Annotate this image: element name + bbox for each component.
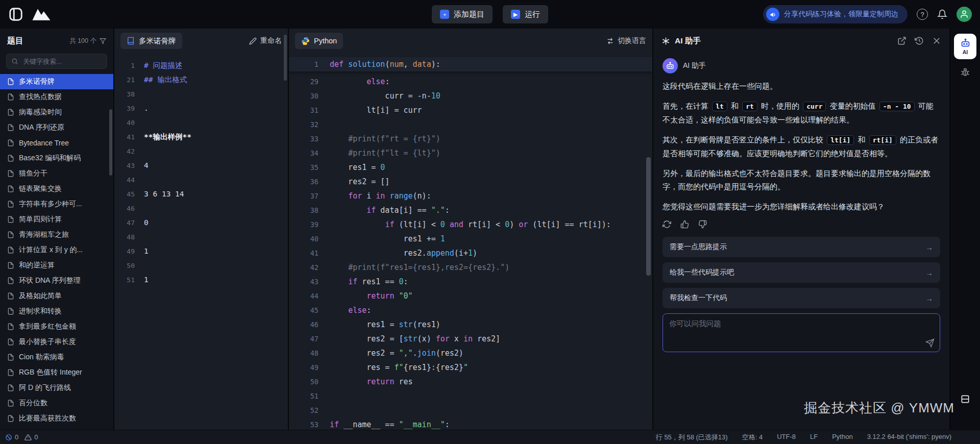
- sidebar-item[interactable]: 青海湖租车之旅: [0, 227, 113, 242]
- line-number: 39: [114, 105, 135, 112]
- ai-panel-header: AI 助手: [653, 29, 949, 53]
- sidebar-item-label: 字符串有多少种可...: [19, 200, 82, 209]
- line-number: 1: [114, 62, 135, 69]
- code-line: 36 res2 = []: [289, 175, 652, 189]
- sidebar-item[interactable]: 病毒感染时间: [0, 105, 113, 120]
- sidebar-item[interactable]: Cion 勒索病毒: [0, 350, 113, 365]
- ai-input[interactable]: [663, 314, 940, 352]
- status-item[interactable]: Python: [832, 433, 852, 442]
- file-icon: [7, 308, 14, 315]
- status-item[interactable]: UTF-8: [777, 433, 796, 442]
- sidebar-item[interactable]: 比赛最高获胜次数: [0, 411, 113, 426]
- filter-icon[interactable]: [100, 38, 106, 44]
- arrow-right-icon: →: [925, 243, 933, 252]
- ai-suggestion-label: 需要一点思路提示: [670, 242, 727, 252]
- play-icon: ▶: [511, 10, 520, 19]
- history-icon[interactable]: [915, 36, 924, 45]
- line-number: 45: [289, 306, 318, 314]
- sidebar-item[interactable]: 猫鱼分干: [0, 166, 113, 181]
- error-count[interactable]: 0: [5, 433, 18, 441]
- code-lines[interactable]: 1def solution(num, data):29 else:30 curr…: [289, 53, 652, 430]
- ai-suggestion[interactable]: 帮我检查一下代码→: [663, 288, 940, 308]
- desc-line-text: 3 6 13 14: [144, 190, 184, 198]
- sidebar-item[interactable]: 最小替换子串长度: [0, 334, 113, 350]
- help-icon[interactable]: ?: [917, 9, 928, 20]
- sidebar-item[interactable]: 进制求和转换: [0, 304, 113, 319]
- sidebar-item[interactable]: 多米诺骨牌: [0, 74, 113, 89]
- status-item[interactable]: 行 55，列 58 (已选择13): [656, 433, 728, 442]
- status-item[interactable]: LF: [810, 433, 818, 442]
- description-scrollbar[interactable]: [284, 35, 287, 81]
- editor-scrollbar[interactable]: [646, 157, 651, 276]
- sidebar-item-label: 简单四则计算: [19, 215, 62, 224]
- code-line: 42 #print(f"res1={res1},res2={res2}."): [289, 260, 652, 275]
- status-item[interactable]: 空格: 4: [742, 433, 763, 442]
- mountain-logo-icon[interactable]: [31, 7, 52, 21]
- rename-button[interactable]: 重命名: [249, 36, 282, 45]
- inline-code: rt: [742, 102, 757, 111]
- sidebar-item[interactable]: Base32 编码和解码: [0, 151, 113, 166]
- notification-bell-icon[interactable]: [937, 9, 947, 19]
- description-panel: 多米诺骨牌 重命名 1# 问题描述21## 输出格式3839.4041**输出样…: [114, 29, 288, 430]
- thumbs-down-icon[interactable]: [698, 220, 707, 229]
- sidebar-item[interactable]: RGB 色值转 Integer: [0, 365, 113, 380]
- search-icon: [11, 58, 18, 65]
- close-icon[interactable]: [932, 36, 941, 45]
- desc-line-text: .: [144, 104, 149, 112]
- search-box: [6, 54, 107, 69]
- desc-line: 44: [114, 172, 288, 187]
- search-input[interactable]: [22, 57, 102, 66]
- line-number: 45: [114, 190, 135, 198]
- share-chat-icon[interactable]: [897, 36, 906, 45]
- warning-count[interactable]: 0: [24, 433, 38, 441]
- sidebar-item[interactable]: 及格如此简单: [0, 288, 113, 304]
- sidebar-item[interactable]: 和的逆运算: [0, 258, 113, 273]
- desc-line-text: ## 输出格式: [144, 75, 187, 85]
- file-icon: [7, 400, 14, 407]
- problem-tab[interactable]: 多米诺骨牌: [120, 33, 182, 49]
- ai-suggestion[interactable]: 给我一些代码提示吧→: [663, 262, 940, 283]
- code-line: 37 for i in range(n):: [289, 189, 652, 203]
- bug-icon[interactable]: [960, 67, 970, 78]
- description-panel-header: 多米诺骨牌 重命名: [114, 29, 288, 53]
- desc-lines[interactable]: 1# 问题描述21## 输出格式3839.4041**输出样例**4243444…: [114, 53, 288, 430]
- desc-line: 38: [114, 87, 288, 101]
- file-icon: [7, 170, 14, 177]
- sidebar-item[interactable]: 链表聚集交换: [0, 181, 113, 196]
- regenerate-icon[interactable]: [663, 220, 671, 229]
- ai-tool-button[interactable]: AI: [954, 34, 976, 59]
- sidebar-item[interactable]: 环状 DNA 序列整理: [0, 273, 113, 288]
- code-line-text: res2 = ",".join(res2): [330, 349, 463, 358]
- ai-suggestion[interactable]: 需要一点思路提示→: [663, 237, 940, 257]
- sidebar-item[interactable]: 查找热点数据: [0, 89, 113, 105]
- switch-language-button[interactable]: 切换语言: [606, 36, 646, 45]
- code-line: 50 return res: [289, 375, 652, 389]
- code-line: 51: [289, 389, 652, 403]
- sidebar-item[interactable]: 字符串有多少种可...: [0, 196, 113, 212]
- file-icon: [7, 277, 14, 284]
- sidebar-item[interactable]: 百分位数: [0, 396, 113, 411]
- sidebar-item[interactable]: 拿到最多红包金额: [0, 319, 113, 334]
- line-number: 50: [114, 262, 135, 269]
- file-icon: [7, 231, 14, 238]
- promo-banner[interactable]: 分享代码练习体验，领限量定制周边: [763, 5, 908, 23]
- sidebar-item[interactable]: 简单四则计算: [0, 212, 113, 227]
- status-bar: 0 0 行 55，列 58 (已选择13)空格: 4UTF-8LFPython3…: [0, 430, 980, 444]
- sidebar-item[interactable]: 计算位置 x 到 y 的...: [0, 242, 113, 258]
- sidebar-item[interactable]: DNA 序列还原: [0, 120, 113, 135]
- user-avatar[interactable]: [957, 7, 972, 22]
- sidebar-item-label: 环状 DNA 序列整理: [19, 276, 81, 285]
- thumbs-up-icon[interactable]: [680, 220, 689, 229]
- swap-arrows-icon: [606, 37, 614, 45]
- sidebar-item[interactable]: 阿 D 的飞行路线: [0, 380, 113, 396]
- app-window-logo-icon[interactable]: [8, 7, 23, 22]
- language-tab[interactable]: Python: [295, 33, 343, 49]
- sidebar-item-label: 百分位数: [19, 399, 47, 408]
- run-button[interactable]: ▶ 运行: [503, 5, 548, 23]
- send-icon[interactable]: [925, 338, 935, 348]
- status-item[interactable]: 3.12.2 64-bit ('shims': pyenv): [867, 433, 951, 442]
- sidebar-item[interactable]: Bytedance Tree: [0, 135, 113, 151]
- sidebar-scrollbar[interactable]: [109, 109, 112, 176]
- panel-layout-icon[interactable]: [960, 394, 970, 404]
- add-problem-button[interactable]: ＋ 添加题目: [432, 5, 493, 23]
